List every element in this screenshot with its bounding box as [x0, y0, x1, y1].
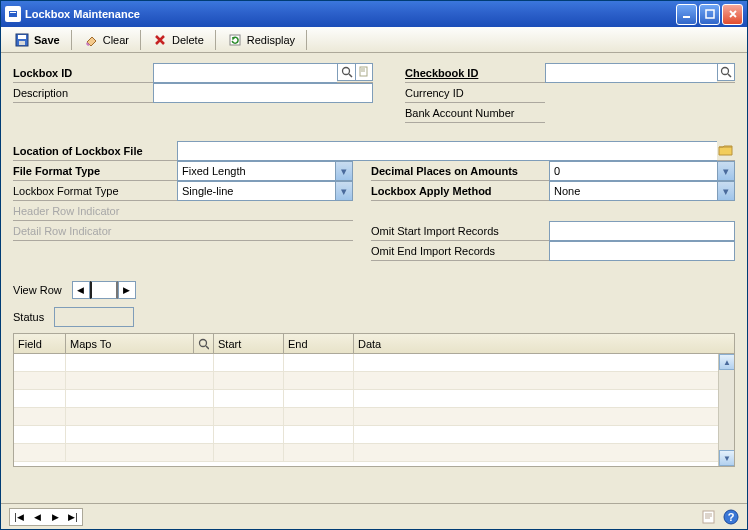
folder-icon	[718, 143, 734, 157]
svg-rect-20	[703, 511, 714, 523]
delete-label: Delete	[172, 34, 204, 46]
titlebar: Lockbox Maintenance	[1, 1, 747, 27]
col-end[interactable]: End	[284, 334, 354, 353]
nav-last[interactable]: ▶|	[64, 509, 82, 525]
save-icon	[14, 32, 30, 48]
window-title: Lockbox Maintenance	[25, 8, 676, 20]
note-icon	[701, 509, 717, 525]
svg-point-11	[342, 68, 349, 75]
file-format-type-dropdown[interactable]: Fixed Length ▾	[177, 161, 353, 181]
view-row-next[interactable]: ▶	[118, 281, 136, 299]
decimal-places-label: Decimal Places on Amounts	[371, 161, 549, 180]
description-input[interactable]	[153, 83, 373, 103]
view-row-value[interactable]	[90, 281, 118, 299]
lockbox-id-note[interactable]	[355, 63, 373, 81]
svg-line-19	[206, 346, 209, 349]
search-icon	[720, 66, 732, 78]
detail-row-ind-label: Detail Row Indicator	[13, 221, 177, 240]
search-icon	[198, 338, 209, 350]
grid-scrollbar[interactable]: ▲ ▼	[718, 354, 734, 466]
mapping-grid: Field Maps To Start End Data ▲ ▼	[13, 333, 735, 467]
chevron-down-icon: ▾	[717, 182, 734, 200]
status-label: Status	[13, 311, 48, 323]
svg-point-16	[722, 68, 729, 75]
save-label: Save	[34, 34, 60, 46]
app-icon	[5, 6, 21, 22]
lockbox-id-lookup[interactable]	[337, 63, 355, 81]
lockbox-id-label: Lockbox ID	[13, 63, 153, 82]
help-button[interactable]: ?	[723, 509, 739, 525]
view-row-prev[interactable]: ◀	[72, 281, 90, 299]
eraser-icon	[83, 32, 99, 48]
apply-method-dropdown[interactable]: None ▾	[549, 181, 735, 201]
table-row[interactable]	[14, 372, 734, 390]
currency-id-value	[545, 83, 735, 103]
table-row[interactable]	[14, 408, 734, 426]
minimize-button[interactable]	[676, 4, 697, 25]
nav-prev[interactable]: ◀	[28, 509, 46, 525]
nav-next[interactable]: ▶	[46, 509, 64, 525]
col-field[interactable]: Field	[14, 334, 66, 353]
table-row[interactable]	[14, 390, 734, 408]
description-label: Description	[13, 83, 153, 102]
currency-id-label: Currency ID	[405, 83, 545, 102]
omit-end-label: Omit End Import Records	[371, 241, 549, 260]
location-browse[interactable]	[717, 141, 735, 159]
close-button[interactable]	[722, 4, 743, 25]
bank-account-value	[545, 103, 735, 123]
bank-account-label: Bank Account Number	[405, 103, 545, 122]
scroll-up[interactable]: ▲	[719, 354, 734, 370]
save-button[interactable]: Save	[5, 29, 69, 51]
table-row[interactable]	[14, 354, 734, 372]
decimal-places-dropdown[interactable]: 0 ▾	[549, 161, 735, 181]
svg-line-17	[728, 74, 731, 77]
svg-rect-1	[10, 12, 16, 13]
detail-row-ind-value	[177, 221, 353, 240]
omit-start-label: Omit Start Import Records	[371, 221, 549, 240]
table-row[interactable]	[14, 426, 734, 444]
svg-rect-5	[18, 35, 26, 39]
omit-start-input[interactable]	[549, 221, 735, 241]
delete-button[interactable]: Delete	[143, 29, 213, 51]
header-row-ind-value	[177, 201, 353, 220]
clear-label: Clear	[103, 34, 129, 46]
svg-text:?: ?	[728, 511, 735, 523]
grid-body[interactable]: ▲ ▼	[14, 354, 734, 466]
col-start[interactable]: Start	[214, 334, 284, 353]
checkbook-id-link[interactable]: Checkbook ID	[405, 63, 545, 82]
content-area: Lockbox ID Description	[1, 53, 747, 503]
location-label: Location of Lockbox File	[13, 141, 177, 160]
redisplay-button[interactable]: Redisplay	[218, 29, 304, 51]
statusbar: |◀ ◀ ▶ ▶| ?	[1, 503, 747, 529]
svg-rect-6	[19, 41, 25, 45]
record-nav: |◀ ◀ ▶ ▶|	[9, 508, 83, 526]
maximize-button[interactable]	[699, 4, 720, 25]
svg-rect-3	[706, 10, 714, 18]
clear-button[interactable]: Clear	[74, 29, 138, 51]
lockbox-id-input[interactable]	[153, 63, 337, 83]
redisplay-label: Redisplay	[247, 34, 295, 46]
chevron-down-icon: ▾	[335, 182, 352, 200]
search-icon	[341, 66, 353, 78]
status-value	[54, 307, 134, 327]
decimal-places-value: 0	[550, 165, 717, 177]
svg-rect-2	[683, 16, 690, 18]
col-data[interactable]: Data	[354, 334, 734, 353]
scroll-down[interactable]: ▼	[719, 450, 734, 466]
lockbox-format-type-dropdown[interactable]: Single-line ▾	[177, 181, 353, 201]
nav-first[interactable]: |◀	[10, 509, 28, 525]
table-row[interactable]	[14, 444, 734, 462]
checkbook-id-lookup[interactable]	[717, 63, 735, 81]
location-input[interactable]	[177, 141, 717, 161]
checkbook-id-input[interactable]	[545, 63, 717, 83]
col-maps-to-lookup[interactable]	[194, 334, 214, 353]
lockbox-format-type-value: Single-line	[178, 185, 335, 197]
refresh-icon	[227, 32, 243, 48]
omit-end-input[interactable]	[549, 241, 735, 261]
delete-icon	[152, 32, 168, 48]
svg-line-12	[349, 74, 352, 77]
apply-method-label: Lockbox Apply Method	[371, 181, 549, 200]
note-window-button[interactable]	[701, 509, 717, 525]
note-icon	[358, 66, 370, 78]
col-maps-to[interactable]: Maps To	[66, 334, 194, 353]
